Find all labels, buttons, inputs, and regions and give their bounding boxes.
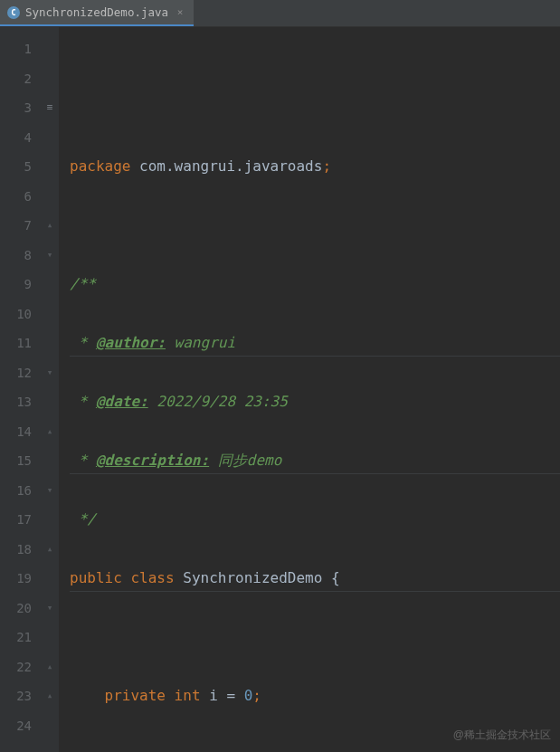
fold-handle[interactable]: ▾ <box>41 476 59 506</box>
fold-handle <box>41 623 59 652</box>
line-number: 12 <box>0 358 32 388</box>
code-line: package com.wangrui.javaroads; <box>70 152 560 182</box>
fold-handle[interactable]: ▾ <box>41 594 59 623</box>
line-number: 8 <box>0 241 32 271</box>
fold-handle <box>41 387 59 417</box>
fold-handle[interactable]: ▴ <box>41 652 59 682</box>
fold-handle <box>41 182 59 212</box>
line-number-gutter: 123456789101112131415161718192021222324 <box>0 27 41 752</box>
code-line <box>70 623 560 652</box>
fold-handle[interactable]: ▴ <box>41 211 59 241</box>
fold-handle <box>41 446 59 476</box>
line-number: 16 <box>0 476 32 506</box>
line-number: 3 <box>0 93 32 123</box>
line-number: 6 <box>0 182 32 212</box>
line-number: 22 <box>0 652 32 682</box>
fold-handle <box>41 64 59 94</box>
line-number: 21 <box>0 623 32 652</box>
fold-handle[interactable]: ▴ <box>41 417 59 447</box>
close-icon[interactable]: × <box>174 6 186 18</box>
fold-handle[interactable]: ≡ <box>41 93 59 123</box>
fold-handle[interactable]: ▴ <box>41 535 59 565</box>
class-icon: C <box>7 6 20 19</box>
line-number: 19 <box>0 564 32 594</box>
fold-handle <box>41 328 59 358</box>
line-number: 17 <box>0 505 32 535</box>
line-number: 18 <box>0 535 32 565</box>
fold-handle <box>41 270 59 300</box>
line-number: 13 <box>0 387 32 417</box>
code-line: * @author: wangrui <box>70 328 560 358</box>
fold-bar: ≡▴▾▾▴▾▴▾▴▴ <box>41 27 59 752</box>
line-number: 20 <box>0 594 32 623</box>
code-line: /** <box>70 270 560 300</box>
line-number: 11 <box>0 328 32 358</box>
file-tab[interactable]: C SynchronizedDemo.java × <box>0 0 194 26</box>
tab-filename: SynchronizedDemo.java <box>25 5 168 19</box>
tab-bar: C SynchronizedDemo.java × <box>0 0 560 27</box>
line-number: 4 <box>0 123 32 153</box>
code-area[interactable]: package com.wangrui.javaroads; /** * @au… <box>70 27 560 752</box>
fold-handle <box>41 123 59 153</box>
line-number: 24 <box>0 711 32 741</box>
fold-handle <box>41 34 59 64</box>
line-number: 14 <box>0 417 32 447</box>
line-number: 1 <box>0 34 32 64</box>
line-number: 9 <box>0 270 32 300</box>
fold-handle[interactable]: ▾ <box>41 241 59 271</box>
code-line: */ <box>70 505 560 535</box>
code-editor[interactable]: 123456789101112131415161718192021222324 … <box>0 27 560 752</box>
fold-handle[interactable]: ▾ <box>41 358 59 388</box>
fold-handle <box>41 711 59 741</box>
watermark: @稀土掘金技术社区 <box>453 728 551 743</box>
fold-handle[interactable]: ▴ <box>41 681 59 711</box>
fold-handle <box>41 564 59 594</box>
code-line: * @date: 2022/9/28 23:35 <box>70 387 560 417</box>
line-number: 7 <box>0 211 32 241</box>
line-number: 5 <box>0 152 32 182</box>
line-number: 23 <box>0 681 32 711</box>
fold-handle <box>41 505 59 535</box>
line-number: 2 <box>0 64 32 94</box>
code-line: private int i = 0; <box>70 681 560 711</box>
line-number: 10 <box>0 300 32 329</box>
code-line: public class SynchronizedDemo { <box>70 564 560 594</box>
code-line <box>70 211 560 241</box>
code-line: * @description: 同步demo <box>70 446 560 476</box>
line-number: 15 <box>0 446 32 476</box>
fold-handle <box>41 300 59 329</box>
fold-handle <box>41 152 59 182</box>
